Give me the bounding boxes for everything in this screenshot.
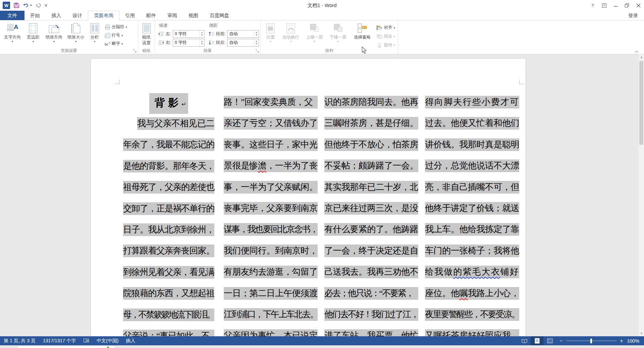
margins-button[interactable]: 页边距 ▾ — [23, 21, 43, 48]
paragraph-dialog-launcher[interactable] — [255, 49, 260, 53]
tab-design[interactable]: 设计 — [67, 11, 88, 20]
text-line[interactable]: 亲还了亏空；又借钱办了 — [224, 117, 318, 135]
text-line[interactable]: 又嘱托茶房好好照应我。 — [425, 329, 519, 336]
hyphenation-button[interactable]: bc 断字 ▾ — [105, 40, 127, 48]
text-line[interactable]: 己送我去。我再三劝他不 — [324, 266, 418, 284]
text-line[interactable]: 有朋友约去游逛，勾留了 — [224, 266, 318, 284]
proofing-status[interactable] — [79, 338, 93, 343]
save-button[interactable] — [13, 2, 19, 8]
text-line[interactable]: 他们去不好！我们过了江， — [324, 308, 418, 327]
breaks-button[interactable]: 分隔符 ▾ — [105, 23, 127, 31]
text-line[interactable]: 江到浦口，下午上车北去。 — [224, 308, 318, 327]
insert-mode[interactable]: 插入 — [122, 338, 139, 344]
page-info[interactable]: 第 1 页, 共 3 页 — [0, 338, 39, 344]
text-line[interactable]: 亮，非自己插嘴不可，但 — [425, 181, 519, 199]
word-count[interactable]: 1317/1317 个字 — [39, 338, 79, 344]
text-line[interactable]: 夜里要警醒些，不要受凉。 — [425, 308, 519, 327]
text-line[interactable]: 其实我那年已二十岁，北 — [324, 181, 418, 199]
text-line[interactable]: 我与父亲不相见已二 — [123, 117, 214, 136]
restore-button[interactable] — [621, 1, 633, 10]
line-numbers-button[interactable]: 1 2 3 行号 ▾ — [105, 31, 127, 39]
text-line[interactable]: 院狼藉的东西，又想起祖 — [123, 287, 214, 305]
text-line[interactable]: 车门的一张椅子；我将他 — [425, 245, 519, 263]
text-line[interactable]: 丧事。这些日子，家中光 — [224, 138, 318, 157]
tab-review[interactable]: 审阅 — [162, 11, 183, 20]
text-line[interactable]: 日子。我从北京到徐州， — [123, 223, 214, 242]
text-line[interactable]: 交卸了，正是祸不单行的 — [123, 202, 214, 221]
text-line[interactable]: 识的茶房陪我同去。他再 — [324, 96, 418, 114]
text-line[interactable]: 我们便同行。到南京时， — [224, 245, 318, 263]
text-column-2[interactable]: 路！”回家变卖典质，父亲还了亏空；又借钱办了丧事。这些日子，家中光景很是惨澹，一… — [224, 92, 318, 336]
web-layout-button[interactable] — [543, 336, 556, 345]
text-line[interactable]: 京已来往过两三次，是没 — [324, 202, 418, 220]
text-line[interactable]: 我上车。他给我拣定了靠 — [425, 223, 519, 241]
text-line[interactable]: 过去。他便又忙着和他们 — [425, 117, 519, 135]
position-button[interactable]: 位置 ▾ — [262, 21, 279, 48]
columns-button[interactable]: 分栏 ▾ — [87, 21, 103, 48]
spacing-after-spinner[interactable]: ▲▼ — [254, 39, 259, 46]
tab-baidu-netdisk[interactable]: 百度网盘 — [204, 11, 235, 20]
text-line[interactable]: 谋事，我也要回北京念书， — [224, 223, 318, 241]
wrap-text-button[interactable]: 自动换行 ▾ — [279, 21, 303, 48]
paper-size-button[interactable]: 纸张大小 ▾ — [65, 21, 87, 48]
text-line[interactable]: 祖母死了，父亲的差使也 — [123, 181, 214, 199]
undo-button[interactable] — [23, 3, 32, 8]
tab-references[interactable]: 引用 — [119, 11, 141, 20]
redo-button[interactable] — [36, 3, 41, 8]
ime-bar-edge[interactable] — [17, 345, 115, 348]
zoom-in-button[interactable]: + — [619, 338, 624, 344]
text-line[interactable]: 一日；第二日上午便须渡 — [224, 287, 318, 305]
spacing-before-input[interactable]: 自动 ▲▼ — [227, 30, 259, 38]
page-setup-dialog-launcher[interactable] — [133, 49, 137, 53]
text-line[interactable]: 路！”回家变卖典质，父 — [224, 96, 318, 114]
collapse-ribbon-button[interactable] — [635, 51, 639, 53]
word-app-icon[interactable]: W — [3, 2, 10, 9]
selection-pane-button[interactable]: 选择窗格 — [350, 21, 375, 48]
spacing-after-input[interactable]: 自动 ▲▼ — [227, 39, 259, 47]
zoom-out-button[interactable]: − — [559, 338, 564, 344]
text-direction-button[interactable]: A 文字方向 ▾ — [1, 21, 23, 48]
text-line[interactable]: 进了车站。我买票，他忙 — [324, 329, 418, 336]
spacing-before-spinner[interactable]: ▲▼ — [254, 30, 259, 38]
text-line[interactable]: 父亲说：“事已如此，不 — [123, 330, 214, 336]
ribbon-display-options-button[interactable] — [598, 1, 610, 10]
text-line[interactable]: 他终于讲定了价钱；就送 — [425, 202, 519, 220]
text-line[interactable]: 年余了，我最不能忘记的 — [123, 138, 214, 157]
text-line[interactable]: 必去；他只说：“不要紧， — [324, 287, 418, 305]
indent-right-input[interactable]: 0 字符 ▲▼ — [173, 39, 205, 47]
page-1[interactable]: 背影↵我与父亲不相见已二年余了，我最不能忘记的是他的背影。那年冬天，祖母死了，父… — [91, 58, 526, 336]
zoom-slider-handle[interactable] — [590, 339, 592, 343]
read-mode-button[interactable] — [518, 336, 531, 345]
manuscript-setup-button[interactable]: 稿纸 设置 — [140, 21, 153, 48]
scroll-up-arrow[interactable]: ▲ — [639, 54, 644, 60]
scroll-down-arrow[interactable]: ▼ — [639, 331, 644, 336]
sign-in-link[interactable]: 登录 — [622, 11, 644, 20]
text-line[interactable]: 是他的背影。那年冬天， — [123, 160, 214, 178]
text-line[interactable]: 丧事完毕，父亲要到南京 — [224, 202, 318, 220]
text-line[interactable]: 得向脚夫行些小费才可 — [425, 96, 519, 114]
orientation-button[interactable]: 纸张方向 ▾ — [43, 21, 65, 48]
tab-view[interactable]: 视图 — [183, 11, 204, 20]
help-button[interactable]: ? — [587, 1, 598, 10]
indent-left-input[interactable]: 0 字符 ▲▼ — [173, 30, 205, 38]
tab-file[interactable]: 文件 — [0, 11, 24, 20]
text-line[interactable]: 座位。他嘱我路上小心， — [425, 287, 519, 305]
group-button[interactable]: 组合 ▾ — [377, 32, 395, 40]
text-line[interactable]: 讲价钱。我那时真是聪明 — [425, 138, 519, 157]
close-button[interactable] — [633, 1, 644, 10]
text-column-1[interactable]: 背影↵我与父亲不相见已二年余了，我最不能忘记的是他的背影。那年冬天，祖母死了，父… — [123, 92, 214, 336]
text-column-4[interactable]: 得向脚夫行些小费才可过去。他便又忙着和他们讲价钱。我那时真是聪明过分，总觉他说话… — [425, 92, 519, 336]
customize-qat-button[interactable] — [44, 4, 48, 7]
text-line[interactable]: 了一会，终于决定还是自 — [324, 245, 418, 263]
text-line[interactable]: 有什么要紧的了。他踌躇 — [324, 223, 418, 241]
text-line[interactable]: 过分，总觉他说话不大漂 — [425, 159, 519, 178]
text-line[interactable]: 景很是惨澹，一半为了丧 — [224, 159, 318, 178]
tab-mailings[interactable]: 邮件 — [141, 11, 162, 20]
print-layout-button[interactable] — [531, 336, 543, 345]
vertical-scrollbar[interactable]: ▲ ▼ — [638, 54, 644, 336]
zoom-level[interactable]: 100% — [627, 338, 644, 344]
text-line[interactable]: 父亲因为事忙，本已说定 — [224, 329, 318, 336]
document-title[interactable]: 背影↵ — [123, 93, 214, 114]
scrollbar-thumb[interactable] — [639, 61, 643, 145]
zoom-slider[interactable] — [566, 338, 616, 344]
